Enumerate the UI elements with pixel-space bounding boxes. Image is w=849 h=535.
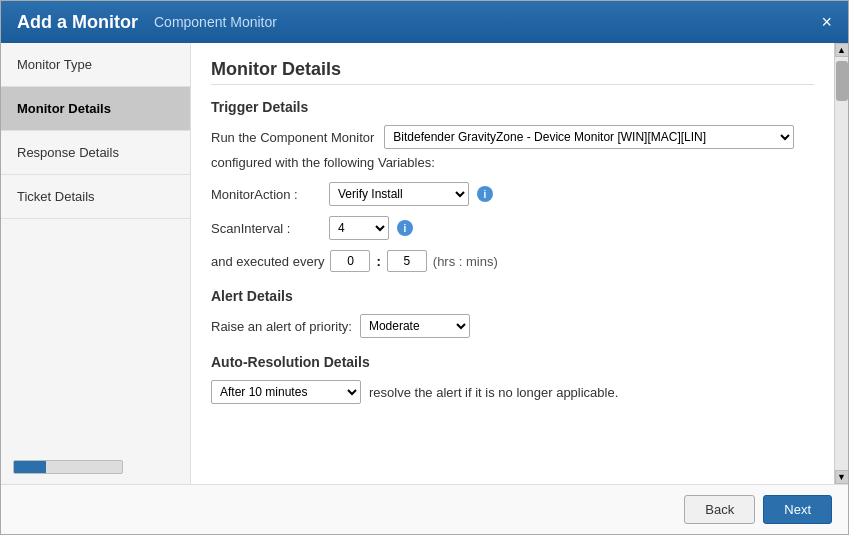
executed-every-label: and executed every bbox=[211, 254, 324, 269]
scan-interval-row: ScanInterval : 12345681224 i bbox=[211, 216, 814, 240]
sidebar-item-monitor-type[interactable]: Monitor Type bbox=[1, 43, 190, 87]
trigger-details-section: Trigger Details Run the Component Monito… bbox=[211, 99, 814, 272]
raise-alert-label: Raise an alert of priority: bbox=[211, 319, 352, 334]
scroll-up-arrow[interactable]: ▲ bbox=[835, 43, 849, 57]
executed-every-row: and executed every 0 : 5 (hrs : mins) bbox=[211, 250, 814, 272]
autores-section-title: Auto-Resolution Details bbox=[211, 354, 814, 370]
alert-priority-select[interactable]: Low Moderate High Critical bbox=[360, 314, 470, 338]
scan-interval-info-icon[interactable]: i bbox=[397, 220, 413, 236]
modal-header: Add a Monitor Component Monitor × bbox=[1, 1, 848, 43]
hrs-mins-label: (hrs : mins) bbox=[433, 254, 498, 269]
modal-title: Add a Monitor bbox=[17, 12, 138, 33]
autores-section: Auto-Resolution Details After 5 minutes … bbox=[211, 354, 814, 404]
sidebar: Monitor Type Monitor Details Response De… bbox=[1, 43, 191, 484]
sidebar-progress bbox=[1, 450, 190, 484]
scroll-track: ▲ ▼ bbox=[834, 43, 848, 484]
scroll-down-arrow[interactable]: ▼ bbox=[835, 470, 849, 484]
autores-row: After 5 minutes After 10 minutes After 1… bbox=[211, 380, 814, 404]
monitor-action-info-icon[interactable]: i bbox=[477, 186, 493, 202]
modal-subtitle: Component Monitor bbox=[154, 14, 277, 30]
main-content: Monitor Details Trigger Details Run the … bbox=[191, 43, 834, 484]
trigger-section-title: Trigger Details bbox=[211, 99, 814, 115]
executed-mins-input[interactable]: 5 bbox=[387, 250, 427, 272]
sidebar-item-response-details[interactable]: Response Details bbox=[1, 131, 190, 175]
sidebar-item-ticket-details[interactable]: Ticket Details bbox=[1, 175, 190, 219]
next-button[interactable]: Next bbox=[763, 495, 832, 524]
run-component-label: Run the Component Monitor bbox=[211, 130, 374, 145]
scan-interval-select[interactable]: 12345681224 bbox=[329, 216, 389, 240]
title-divider bbox=[211, 84, 814, 85]
configured-label: configured with the following Variables: bbox=[211, 155, 814, 170]
executed-hrs-input[interactable]: 0 bbox=[330, 250, 370, 272]
colon-separator: : bbox=[376, 254, 380, 269]
progress-bar bbox=[13, 460, 123, 474]
component-monitor-select[interactable]: Bitdefender GravityZone - Device Monitor… bbox=[384, 125, 794, 149]
add-monitor-modal: Add a Monitor Component Monitor × Monito… bbox=[0, 0, 849, 535]
header-left: Add a Monitor Component Monitor bbox=[17, 12, 277, 33]
alert-details-section: Alert Details Raise an alert of priority… bbox=[211, 288, 814, 338]
alert-section-title: Alert Details bbox=[211, 288, 814, 304]
scan-interval-label: ScanInterval : bbox=[211, 221, 321, 236]
monitor-action-label: MonitorAction : bbox=[211, 187, 321, 202]
modal-body: Monitor Type Monitor Details Response De… bbox=[1, 43, 848, 484]
monitor-action-select[interactable]: Verify Install Check Status bbox=[329, 182, 469, 206]
close-button[interactable]: × bbox=[821, 13, 832, 31]
progress-fill bbox=[14, 461, 46, 473]
back-button[interactable]: Back bbox=[684, 495, 755, 524]
run-component-row: Run the Component Monitor Bitdefender Gr… bbox=[211, 125, 814, 149]
scroll-thumb[interactable] bbox=[836, 61, 848, 101]
autores-suffix-label: resolve the alert if it is no longer app… bbox=[369, 385, 618, 400]
page-title: Monitor Details bbox=[211, 59, 814, 80]
sidebar-item-monitor-details[interactable]: Monitor Details bbox=[1, 87, 190, 131]
autores-select[interactable]: After 5 minutes After 10 minutes After 1… bbox=[211, 380, 361, 404]
monitor-action-row: MonitorAction : Verify Install Check Sta… bbox=[211, 182, 814, 206]
modal-footer: Back Next bbox=[1, 484, 848, 534]
raise-alert-row: Raise an alert of priority: Low Moderate… bbox=[211, 314, 814, 338]
